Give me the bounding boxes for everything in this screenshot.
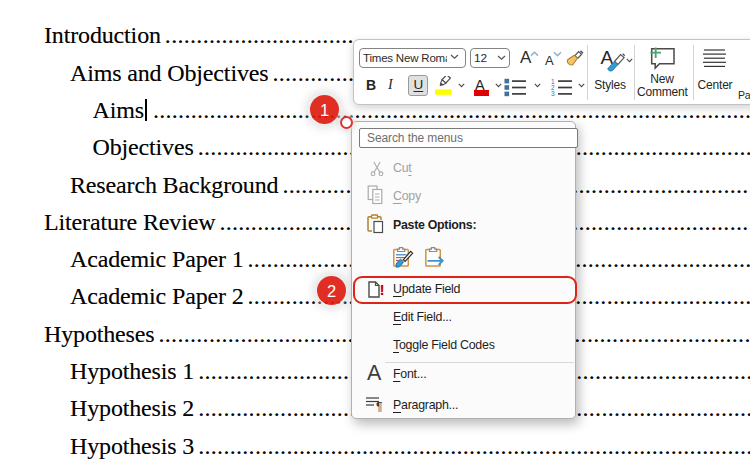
svg-text:3: 3 xyxy=(551,90,555,97)
svg-text:¶: ¶ xyxy=(376,400,382,412)
